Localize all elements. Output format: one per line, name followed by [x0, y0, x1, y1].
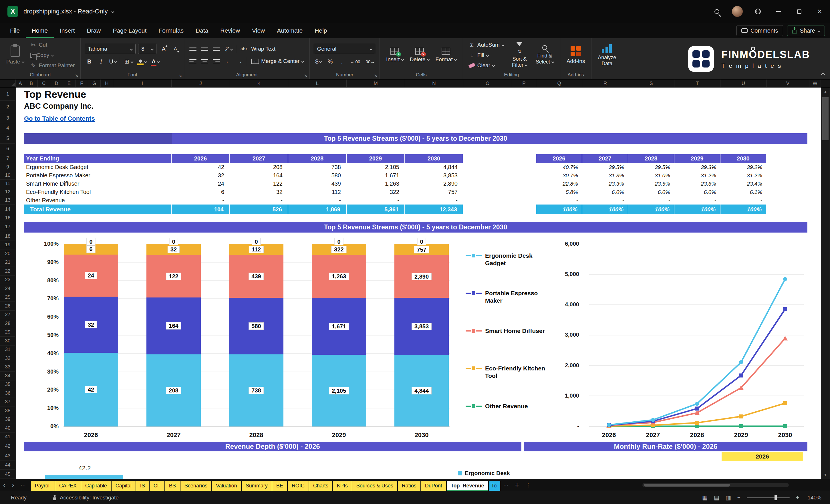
total-value-cell[interactable]: 12,343	[405, 204, 463, 214]
menu-tab-insert[interactable]: Insert	[54, 23, 81, 38]
scroll-up-icon[interactable]: ▲	[821, 90, 830, 94]
row-header-41[interactable]: 41	[0, 433, 16, 442]
column-header-V[interactable]: V	[767, 80, 809, 87]
menu-tab-review[interactable]: Review	[214, 23, 246, 38]
total-value-cell[interactable]: 526	[230, 204, 288, 214]
pct-cell[interactable]: 31.3%	[582, 171, 628, 180]
column-header-O[interactable]: O	[463, 80, 512, 87]
row-header-36[interactable]: 36	[0, 389, 16, 398]
row-header-43[interactable]: 43	[0, 451, 16, 461]
number-format-select[interactable]: General	[314, 44, 375, 54]
total-pct-cell[interactable]: 100%	[582, 204, 628, 214]
pct-cell[interactable]: 6.0%	[674, 188, 721, 196]
value-cell[interactable]: 112	[288, 188, 347, 196]
insert-cells-button[interactable]: +Insert	[384, 47, 406, 63]
sheet-tab-ratios[interactable]: Ratios	[398, 481, 420, 491]
sheet-title[interactable]: Top Revenue	[24, 89, 86, 100]
column-header-I[interactable]: I	[113, 80, 171, 87]
column-header-U[interactable]: U	[721, 80, 767, 87]
value-cell[interactable]: 208	[230, 163, 288, 171]
toc-link[interactable]: Go to Table of Contents	[24, 115, 95, 122]
value-cell[interactable]: 6	[171, 188, 230, 196]
sheet-tab-scenarios[interactable]: Scenarios	[181, 481, 211, 491]
column-header-K[interactable]: K	[230, 80, 288, 87]
menu-tab-home[interactable]: Home	[26, 23, 54, 38]
value-cell[interactable]: 580	[288, 171, 347, 180]
sheet-options-button[interactable]: ⋮	[522, 482, 534, 488]
column-header-H[interactable]: H	[101, 80, 113, 87]
menu-tab-help[interactable]: Help	[309, 23, 333, 38]
format-cells-button[interactable]: Format	[433, 47, 459, 63]
value-cell[interactable]: 1,263	[347, 180, 405, 188]
year-header-2030[interactable]: 2030	[405, 154, 463, 163]
new-sheet-button[interactable]: +	[512, 481, 522, 489]
sheet-tab-is[interactable]: IS	[136, 481, 149, 491]
align-bottom-button[interactable]	[212, 44, 221, 54]
addins-button[interactable]: Add-ins	[564, 45, 587, 65]
row-header-6[interactable]: 6	[0, 144, 16, 154]
decrease-font-size-button[interactable]: A	[171, 44, 180, 54]
value-cell[interactable]: 2,890	[405, 180, 463, 188]
row-header-31[interactable]: 31	[0, 346, 16, 354]
pct-cell[interactable]: 31.2%	[674, 171, 721, 180]
column-header-G[interactable]: G	[88, 80, 101, 87]
row-header-21[interactable]: 21	[0, 258, 16, 267]
format-painter-button[interactable]: ✎Format Painter	[29, 62, 77, 69]
sheet-tab-sources-uses[interactable]: Sources & Uses	[352, 481, 397, 491]
decrease-indent-button[interactable]: ←	[223, 56, 232, 66]
underline-button[interactable]: U	[108, 57, 117, 66]
find-select-button[interactable]: Find &Select	[534, 44, 556, 65]
row-header-27[interactable]: 27	[0, 311, 16, 319]
column-header-N[interactable]: N	[405, 80, 463, 87]
row-header-37[interactable]: 37	[0, 398, 16, 407]
row-header-42[interactable]: 42	[0, 441, 16, 451]
pct-cell[interactable]: 6.0%	[628, 188, 674, 196]
row-header-13[interactable]: 13	[0, 196, 16, 204]
app-options-button[interactable]	[747, 0, 768, 23]
pct-cell[interactable]: -	[674, 196, 721, 204]
zoom-slider[interactable]	[747, 497, 790, 498]
more-sheets-button[interactable]: ⋯	[500, 482, 512, 488]
accessibility-status[interactable]: Accessibility: Investigate	[52, 495, 119, 501]
column-header-E[interactable]: E	[63, 80, 75, 87]
row-header-28[interactable]: 28	[0, 319, 16, 328]
borders-button[interactable]: ⊞	[123, 57, 134, 66]
row-header-25[interactable]: 25	[0, 293, 16, 302]
pct-cell[interactable]: 6.0%	[582, 188, 628, 196]
fill-color-button[interactable]	[136, 57, 148, 66]
pct-year-header-2026[interactable]: 2026	[536, 154, 582, 163]
value-cell[interactable]: 3,853	[405, 171, 463, 180]
total-revenue-label[interactable]: Total Revenue	[24, 204, 171, 214]
horizontal-scrollbar-thumb[interactable]	[644, 484, 730, 486]
orientation-button[interactable]: ab	[223, 44, 233, 54]
pct-cell[interactable]: 6.1%	[721, 188, 767, 196]
row-header-32[interactable]: 32	[0, 354, 16, 363]
value-cell[interactable]: 122	[230, 180, 288, 188]
pct-year-header-2029[interactable]: 2029	[674, 154, 721, 163]
menu-tab-data[interactable]: Data	[190, 23, 214, 38]
increase-decimal-button[interactable]: ←.00	[349, 57, 361, 66]
next-sheet-button[interactable]: ›	[8, 481, 17, 489]
wrap-text-button[interactable]: ab↵Wrap Text	[239, 45, 277, 53]
page-layout-view-button[interactable]: ▤	[714, 494, 719, 501]
merge-center-button[interactable]: ↔Merge & Center	[250, 58, 306, 65]
sheet-tab-dupont[interactable]: DuPont	[421, 481, 446, 491]
total-pct-cell[interactable]: 100%	[674, 204, 721, 214]
account-button[interactable]	[727, 0, 747, 23]
sort-filter-button[interactable]: ⇅ Sort &Filter	[510, 42, 530, 69]
sheet-tab-kpis[interactable]: KPIs	[333, 481, 352, 491]
share-button[interactable]: Share	[787, 25, 825, 36]
row-header-22[interactable]: 22	[0, 267, 16, 276]
menu-tab-view[interactable]: View	[246, 23, 271, 38]
sheet-tab-cf[interactable]: CF	[150, 481, 164, 491]
pct-cell[interactable]: 30.7%	[536, 171, 582, 180]
row-header-39[interactable]: 39	[0, 415, 16, 424]
row-header-34[interactable]: 34	[0, 372, 16, 380]
italic-button[interactable]: I	[96, 57, 105, 66]
stream-label[interactable]: Eco-Friendly Kitchen Tool	[24, 188, 171, 196]
total-value-cell[interactable]: 104	[171, 204, 230, 214]
font-name-select[interactable]: Tahoma	[85, 44, 135, 54]
menu-tab-page-layout[interactable]: Page Layout	[107, 23, 153, 38]
row-header-9[interactable]: 9	[0, 163, 16, 171]
pct-cell[interactable]: 23.4%	[721, 180, 767, 188]
